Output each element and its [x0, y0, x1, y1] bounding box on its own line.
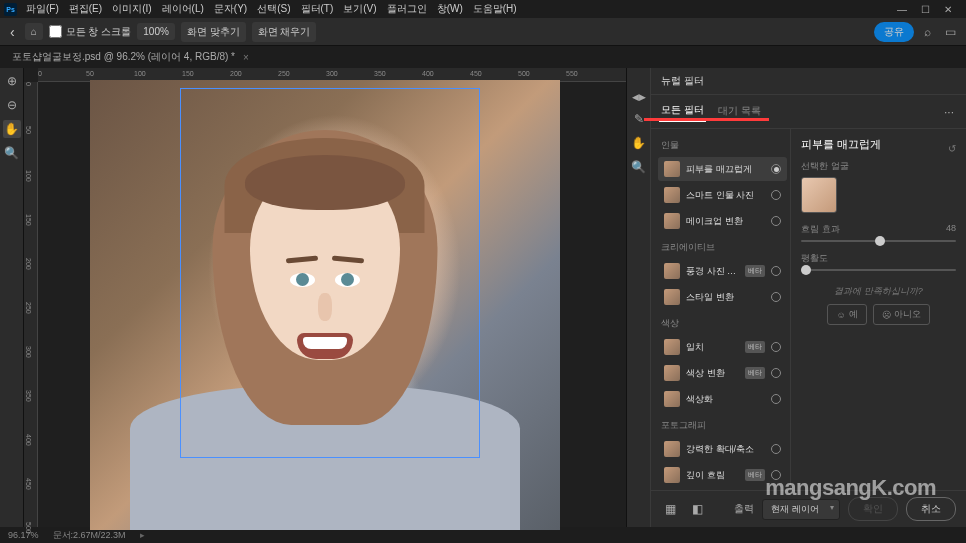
maximize-icon[interactable]: ☐: [921, 4, 930, 15]
filter-item[interactable]: 색상화: [658, 387, 787, 411]
menu-item[interactable]: 문자(Y): [209, 0, 252, 18]
filter-name: 강력한 확대/축소: [686, 443, 765, 456]
filter-item[interactable]: 메이크업 변환: [658, 209, 787, 233]
filter-name: 피부를 매끄럽게: [686, 163, 765, 176]
hand-tool-icon[interactable]: ✋: [3, 120, 21, 138]
back-icon[interactable]: ‹: [6, 24, 19, 40]
filter-thumb: [664, 187, 680, 203]
titlebar: Ps 파일(F)편집(E)이미지(I)레이어(L)문자(Y)선택(S)필터(T)…: [0, 0, 966, 18]
filter-toggle[interactable]: [771, 266, 781, 276]
yes-button[interactable]: ☺ 예: [827, 304, 866, 325]
filter-name: 깊이 흐림: [686, 469, 739, 482]
filter-toggle[interactable]: [771, 292, 781, 302]
share-button[interactable]: 공유: [874, 22, 914, 42]
search-icon[interactable]: ⌕: [920, 25, 935, 39]
filter-thumb: [664, 213, 680, 229]
filter-toggle[interactable]: [771, 444, 781, 454]
filter-thumb: [664, 391, 680, 407]
app-icon: Ps: [4, 3, 17, 16]
zoom-out-tool-icon[interactable]: ⊖: [3, 96, 21, 114]
filter-thumb: [664, 161, 680, 177]
filter-name: 일치: [686, 341, 739, 354]
slider1-track[interactable]: [801, 240, 956, 242]
fit-screen-button[interactable]: 화면 맞추기: [181, 22, 246, 42]
filter-item[interactable]: 일치베타: [658, 335, 787, 359]
zoom-panel-icon[interactable]: 🔍: [627, 160, 650, 174]
menu-item[interactable]: 창(W): [432, 0, 468, 18]
no-button[interactable]: ☹ 아니오: [873, 304, 930, 325]
filter-thumb: [664, 339, 680, 355]
cancel-button[interactable]: 취소: [906, 497, 956, 521]
menu-item[interactable]: 플러그인: [382, 0, 432, 18]
filter-options: 피부를 매끄럽게↺ 선택한 얼굴 흐림 효과48 평활도 결과에 만족하십니까?…: [791, 129, 966, 490]
satisfy-prompt: 결과에 만족하십니까?: [801, 285, 956, 298]
filter-toggle[interactable]: [771, 216, 781, 226]
home-button[interactable]: ⌂: [25, 23, 43, 40]
filter-item[interactable]: 색상 변환베타: [658, 361, 787, 385]
document-canvas[interactable]: [90, 80, 560, 530]
slider2-track[interactable]: [801, 269, 956, 271]
filter-item[interactable]: 깊이 흐림베타: [658, 463, 787, 487]
slider1-thumb[interactable]: [875, 236, 885, 246]
output-dropdown[interactable]: 현재 레이어: [762, 499, 840, 520]
ruler-vertical: 050100150200250300350400450500: [24, 82, 38, 527]
filter-item[interactable]: 스타일 변환: [658, 285, 787, 309]
category-label: 크리에이티브: [655, 235, 790, 257]
filter-thumb: [664, 263, 680, 279]
slider2-label: 평활도: [801, 252, 828, 265]
menu-item[interactable]: 레이어(L): [157, 0, 209, 18]
home-icon: ⌂: [31, 26, 37, 37]
filter-thumb: [664, 441, 680, 457]
menu-item[interactable]: 선택(S): [252, 0, 295, 18]
menu-item[interactable]: 도움말(H): [468, 0, 522, 18]
filter-toggle[interactable]: [771, 470, 781, 480]
preview-icon[interactable]: ◧: [688, 502, 707, 516]
more-icon[interactable]: ···: [940, 105, 958, 119]
beta-badge: 베타: [745, 341, 765, 353]
ok-button[interactable]: 확인: [848, 497, 898, 521]
filter-item[interactable]: 강력한 확대/축소: [658, 437, 787, 461]
filter-toggle[interactable]: [771, 190, 781, 200]
fill-screen-button[interactable]: 화면 채우기: [252, 22, 317, 42]
slider2-thumb[interactable]: [801, 265, 811, 275]
scroll-all-label: 모든 창 스크롤: [66, 25, 132, 39]
option-title: 피부를 매끄럽게: [801, 137, 881, 152]
canvas-area[interactable]: 050100150200250300350400450500550 050100…: [24, 68, 626, 527]
zoom-in-tool-icon[interactable]: ⊕: [3, 72, 21, 90]
beta-badge: 베타: [745, 265, 765, 277]
document-tab[interactable]: 포토샵얼굴보정.psd @ 96.2% (레이어 4, RGB/8) *: [12, 50, 235, 64]
reset-icon[interactable]: ↺: [948, 143, 956, 154]
minimize-icon[interactable]: ―: [897, 4, 907, 15]
zoom-tool-icon[interactable]: 🔍: [3, 144, 21, 162]
close-icon[interactable]: ✕: [944, 4, 952, 15]
filter-name: 풍경 사진 믹서: [686, 265, 739, 278]
face-thumbnail[interactable]: [801, 177, 837, 213]
status-zoom: 96.17%: [8, 530, 39, 540]
zoom-value[interactable]: 100%: [137, 23, 175, 40]
filter-toggle[interactable]: [771, 164, 781, 174]
filter-toggle[interactable]: [771, 368, 781, 378]
scroll-all-checkbox[interactable]: [49, 25, 62, 38]
menu-item[interactable]: 필터(T): [296, 0, 339, 18]
menu-item[interactable]: 파일(F): [21, 0, 64, 18]
filter-item[interactable]: 풍경 사진 믹서베타: [658, 259, 787, 283]
workspace-icon[interactable]: ▭: [941, 25, 960, 39]
filter-tabs: 모든 필터 대기 목록 ···: [651, 95, 966, 129]
hand-icon[interactable]: ✋: [627, 136, 650, 150]
filter-thumb: [664, 467, 680, 483]
filter-item[interactable]: 스마트 인물 사진: [658, 183, 787, 207]
panel-title: 뉴럴 필터: [651, 68, 966, 95]
menu-item[interactable]: 편집(E): [64, 0, 107, 18]
options-bar: ‹ ⌂ 모든 창 스크롤 100% 화면 맞추기 화면 채우기 공유 ⌕ ▭: [0, 18, 966, 46]
filter-item[interactable]: 피부를 매끄럽게: [658, 157, 787, 181]
filter-toggle[interactable]: [771, 394, 781, 404]
category-label: 색상: [655, 311, 790, 333]
tools-panel: ⊕ ⊖ ✋ 🔍: [0, 68, 24, 527]
tab-close-icon[interactable]: ×: [243, 52, 249, 63]
layers-icon[interactable]: ▦: [661, 502, 680, 516]
filter-name: 색상화: [686, 393, 765, 406]
menu-item[interactable]: 보기(V): [338, 0, 381, 18]
filter-toggle[interactable]: [771, 342, 781, 352]
menu-item[interactable]: 이미지(I): [107, 0, 156, 18]
collapse-icon[interactable]: ◀▶: [628, 92, 650, 102]
